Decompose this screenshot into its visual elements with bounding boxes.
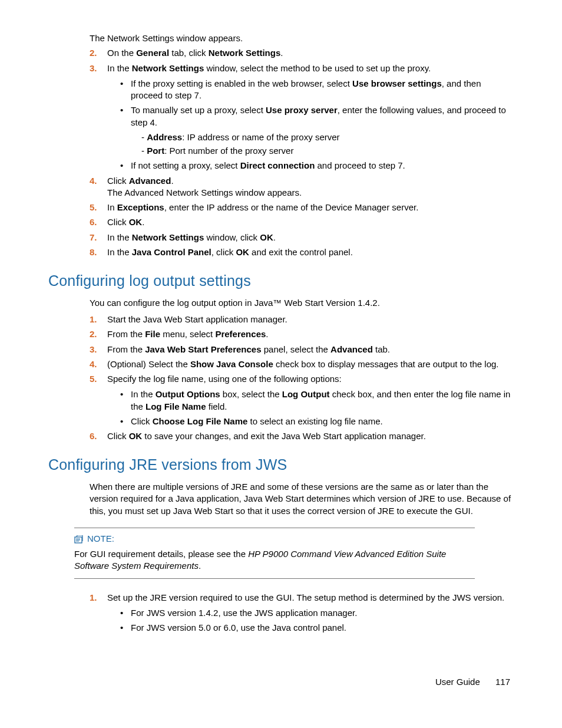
step-after: The Advanced Network Settings window app… bbox=[107, 187, 514, 199]
divider bbox=[74, 578, 475, 579]
sub-item: - Port: Port number of the proxy server bbox=[141, 145, 514, 157]
step-number: 7. bbox=[90, 232, 97, 243]
step-number: 1. bbox=[90, 592, 97, 604]
step-text: In the Network Settings window, click OK… bbox=[107, 232, 276, 242]
step-text: Specify the log file name, using one of … bbox=[107, 374, 342, 384]
bullet-list: In the Output Options box, select the Lo… bbox=[120, 388, 514, 427]
step-text: Click OK to save your changes, and exit … bbox=[107, 431, 426, 441]
step-text: In the Java Control Panel, click OK and … bbox=[107, 247, 353, 257]
paragraph: You can configure the log output option … bbox=[90, 297, 514, 309]
bullet-list: For JWS version 1.4.2, use the JWS appli… bbox=[120, 607, 514, 634]
paragraph: When there are multiple versions of JRE … bbox=[90, 481, 514, 517]
footer-label: User Guide bbox=[435, 677, 480, 687]
steps-jre: 1.Set up the JRE version required to use… bbox=[90, 592, 514, 634]
list-item: 4.(Optional) Select the Show Java Consol… bbox=[90, 358, 514, 370]
note-label: NOTE: bbox=[87, 533, 114, 545]
list-item: The Network Settings window appears. bbox=[90, 32, 514, 44]
sub-list: - Address: IP address or name of the pro… bbox=[141, 131, 514, 157]
note-icon bbox=[74, 535, 84, 543]
step-text: In the Network Settings window, select t… bbox=[107, 63, 431, 73]
step-number: 1. bbox=[90, 314, 97, 325]
bullet-list: If the proxy setting is enabled in the w… bbox=[120, 78, 514, 172]
list-item: 5.Specify the log file name, using one o… bbox=[90, 373, 514, 427]
note-heading: NOTE: bbox=[74, 533, 475, 545]
step-text: Click Advanced. bbox=[107, 176, 174, 186]
step-text: Click OK. bbox=[107, 217, 144, 227]
list-item: 5. In Exceptions, enter the IP address o… bbox=[90, 202, 514, 213]
list-item: 4. Click Advanced. The Advanced Network … bbox=[90, 175, 514, 199]
steps-log: 1.Start the Java Web Start application m… bbox=[90, 314, 514, 442]
step-number: 3. bbox=[90, 62, 97, 74]
step-number: 4. bbox=[90, 358, 97, 370]
bullet-item: If not setting a proxy, select Direct co… bbox=[120, 160, 514, 172]
list-item: 7. In the Network Settings window, click… bbox=[90, 232, 514, 243]
step-continuation: The Network Settings window appears. bbox=[90, 32, 514, 44]
step-number: 6. bbox=[90, 216, 97, 228]
note-body: For GUI requirement details, please see … bbox=[74, 548, 475, 572]
sub-item: - Address: IP address or name of the pro… bbox=[141, 131, 514, 143]
step-number: 2. bbox=[90, 47, 97, 59]
step-number: 5. bbox=[90, 202, 97, 213]
heading-log-output: Configuring log output settings bbox=[48, 271, 514, 291]
heading-jre-versions: Configuring JRE versions from JWS bbox=[48, 455, 514, 475]
list-item: 8. In the Java Control Panel, click OK a… bbox=[90, 246, 514, 258]
bullet-item: Click Choose Log File Name to select an … bbox=[120, 416, 514, 427]
note-box: NOTE: For GUI requirement details, pleas… bbox=[74, 524, 475, 585]
list-item: 2.From the File menu, select Preferences… bbox=[90, 328, 514, 340]
list-item: 2. On the General tab, click Network Set… bbox=[90, 47, 514, 59]
step-text: From the File menu, select Preferences. bbox=[107, 329, 269, 339]
step-number: 4. bbox=[90, 175, 97, 187]
bullet-item: To manually set up a proxy, select Use p… bbox=[120, 104, 514, 157]
bullet-item: For JWS version 1.4.2, use the JWS appli… bbox=[120, 607, 514, 619]
step-text: On the General tab, click Network Settin… bbox=[107, 48, 283, 58]
step-number: 2. bbox=[90, 328, 97, 340]
list-item: 3. In the Network Settings window, selec… bbox=[90, 62, 514, 172]
step-text: In Exceptions, enter the IP address or t… bbox=[107, 202, 418, 212]
step-number: 5. bbox=[90, 373, 97, 385]
bullet-item: If the proxy setting is enabled in the w… bbox=[120, 78, 514, 102]
list-item: 6.Click OK to save your changes, and exi… bbox=[90, 430, 514, 442]
bullet-item: For JWS version 5.0 or 6.0, use the Java… bbox=[120, 622, 514, 634]
bullet-item: In the Output Options box, select the Lo… bbox=[120, 388, 514, 413]
divider bbox=[74, 528, 475, 528]
step-text: Set up the JRE version required to use t… bbox=[107, 592, 504, 602]
page-footer: User Guide 117 bbox=[435, 676, 510, 688]
step-number: 6. bbox=[90, 430, 97, 442]
step-text: (Optional) Select the Show Java Console … bbox=[107, 359, 499, 369]
step-number: 3. bbox=[90, 344, 97, 355]
steps-section-a: The Network Settings window appears. 2. … bbox=[90, 32, 514, 258]
step-text: From the Java Web Start Preferences pane… bbox=[107, 344, 390, 354]
page-number: 117 bbox=[495, 677, 510, 687]
list-item: 1.Start the Java Web Start application m… bbox=[90, 314, 514, 325]
step-text: Start the Java Web Start application man… bbox=[107, 314, 287, 324]
list-item: 3.From the Java Web Start Preferences pa… bbox=[90, 344, 514, 355]
list-item: 1.Set up the JRE version required to use… bbox=[90, 592, 514, 634]
page-content: The Network Settings window appears. 2. … bbox=[48, 32, 514, 637]
list-item: 6. Click OK. bbox=[90, 216, 514, 228]
step-number: 8. bbox=[90, 246, 97, 258]
